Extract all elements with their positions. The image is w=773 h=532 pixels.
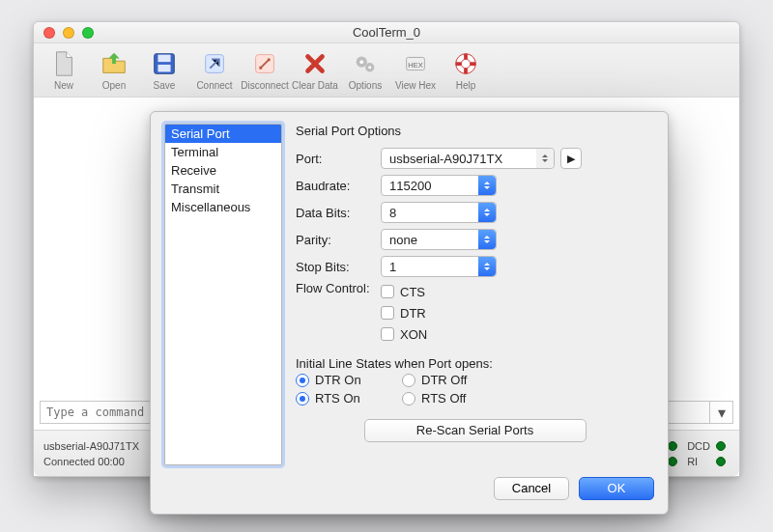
toolbar-connect[interactable]: Connect xyxy=(190,47,239,91)
checkbox-icon xyxy=(381,285,394,298)
category-receive[interactable]: Receive xyxy=(165,161,281,180)
toolbar-open[interactable]: Open xyxy=(90,47,138,91)
flow-xon-checkbox[interactable]: XON xyxy=(381,323,427,345)
window-title: CoolTerm_0 xyxy=(34,25,739,40)
toolbar-label: Disconnect xyxy=(241,80,289,91)
line-states-heading: Initial Line States when Port opens: xyxy=(296,356,654,371)
command-history-button[interactable]: ▾ xyxy=(709,402,732,423)
svg-text:HEX: HEX xyxy=(408,61,422,70)
led-dtr xyxy=(668,441,677,451)
toolbar-label: View Hex xyxy=(391,80,440,91)
led-dcd xyxy=(716,441,726,451)
databits-label: Data Bits: xyxy=(296,206,381,220)
databits-select[interactable]: 8 xyxy=(381,202,497,223)
toolbar-help[interactable]: Help xyxy=(442,47,490,91)
parity-select[interactable]: none xyxy=(381,229,497,250)
svg-rect-2 xyxy=(157,65,170,72)
toolbar-label: Save xyxy=(140,80,188,91)
svg-point-12 xyxy=(461,59,470,68)
triangle-right-icon: ▶ xyxy=(567,153,575,165)
toolbar-disconnect[interactable]: Disconnect xyxy=(241,47,289,91)
updown-icon xyxy=(478,203,496,222)
port-select[interactable]: usbserial-A90J71TX xyxy=(381,148,555,169)
category-serial-port[interactable]: Serial Port xyxy=(165,125,281,143)
radio-icon xyxy=(402,374,415,387)
document-icon xyxy=(40,47,88,80)
category-terminal[interactable]: Terminal xyxy=(165,143,281,161)
toolbar-label: Open xyxy=(90,80,138,91)
svg-rect-1 xyxy=(157,55,170,63)
stopbits-select[interactable]: 1 xyxy=(381,256,497,277)
stopbits-label: Stop Bits: xyxy=(296,260,381,274)
updown-icon xyxy=(478,176,496,195)
toolbar-new[interactable]: New xyxy=(40,47,88,91)
updown-icon xyxy=(478,230,496,249)
radio-icon xyxy=(296,392,309,406)
updown-icon xyxy=(478,257,496,276)
lifebuoy-icon xyxy=(442,47,490,80)
port-extra-button[interactable]: ▶ xyxy=(560,148,582,169)
options-category-list[interactable]: Serial Port Terminal Receive Transmit Mi… xyxy=(164,124,282,465)
plug-disconnect-icon xyxy=(241,47,289,80)
status-connection: Connected 00:00 xyxy=(43,454,139,469)
flow-cts-checkbox[interactable]: CTS xyxy=(381,281,427,302)
checkbox-icon xyxy=(381,306,394,320)
toolbar: New Open Save Connect Disconnect xyxy=(34,43,739,98)
dtr-on-radio[interactable]: DTR On xyxy=(296,373,402,387)
parity-label: Parity: xyxy=(296,233,381,247)
titlebar: CoolTerm_0 xyxy=(34,22,739,43)
radio-icon xyxy=(296,374,309,387)
category-transmit[interactable]: Transmit xyxy=(165,180,281,198)
dtr-off-radio[interactable]: DTR Off xyxy=(402,373,508,387)
toolbar-label: Options xyxy=(341,80,389,91)
x-icon xyxy=(291,47,339,80)
serial-port-panel: Serial Port Options Port: usbserial-A90J… xyxy=(296,124,654,465)
folder-open-icon xyxy=(90,47,138,80)
cancel-button[interactable]: Cancel xyxy=(494,477,569,500)
toolbar-options[interactable]: Options xyxy=(341,47,389,91)
baudrate-label: Baudrate: xyxy=(296,179,381,193)
rts-off-radio[interactable]: RTS Off xyxy=(402,391,508,406)
toolbar-label: Clear Data xyxy=(291,80,339,91)
flow-dtr-checkbox[interactable]: DTR xyxy=(381,302,427,323)
toolbar-clear-data[interactable]: Clear Data xyxy=(291,47,339,91)
updown-icon xyxy=(536,149,554,168)
baudrate-select[interactable]: 115200 xyxy=(381,175,497,196)
floppy-icon xyxy=(140,47,188,80)
led-label: DCD xyxy=(687,440,710,452)
svg-point-8 xyxy=(368,66,371,69)
ok-button[interactable]: OK xyxy=(579,477,654,500)
flowcontrol-label: Flow Control: xyxy=(296,281,381,295)
options-dialog: Serial Port Terminal Receive Transmit Mi… xyxy=(150,111,669,515)
toolbar-label: Connect xyxy=(190,80,239,91)
plug-connect-icon xyxy=(190,47,239,80)
toolbar-label: New xyxy=(40,80,88,91)
status-port: usbserial-A90J71TX xyxy=(43,438,139,454)
toolbar-view-hex[interactable]: HEX View Hex xyxy=(391,47,440,91)
led-dsr xyxy=(668,457,677,466)
hex-icon: HEX xyxy=(391,47,440,80)
svg-point-7 xyxy=(359,60,363,64)
category-miscellaneous[interactable]: Miscellaneous xyxy=(165,198,281,216)
gears-icon xyxy=(341,47,389,80)
led-label: RI xyxy=(687,456,710,467)
radio-icon xyxy=(402,392,415,406)
chevron-down-icon: ▾ xyxy=(718,404,726,422)
rescan-button[interactable]: Re-Scan Serial Ports xyxy=(364,419,587,442)
toolbar-save[interactable]: Save xyxy=(140,47,188,91)
rts-on-radio[interactable]: RTS On xyxy=(296,391,402,406)
panel-title: Serial Port Options xyxy=(296,124,654,138)
port-label: Port: xyxy=(296,152,381,166)
toolbar-label: Help xyxy=(442,80,490,91)
checkbox-icon xyxy=(381,327,394,341)
led-ri xyxy=(716,457,726,466)
